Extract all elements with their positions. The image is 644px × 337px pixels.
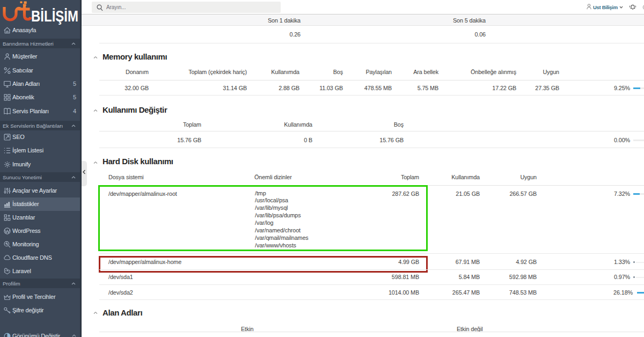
svg-text:BİLİŞİM: BİLİŞİM [31, 8, 78, 25]
